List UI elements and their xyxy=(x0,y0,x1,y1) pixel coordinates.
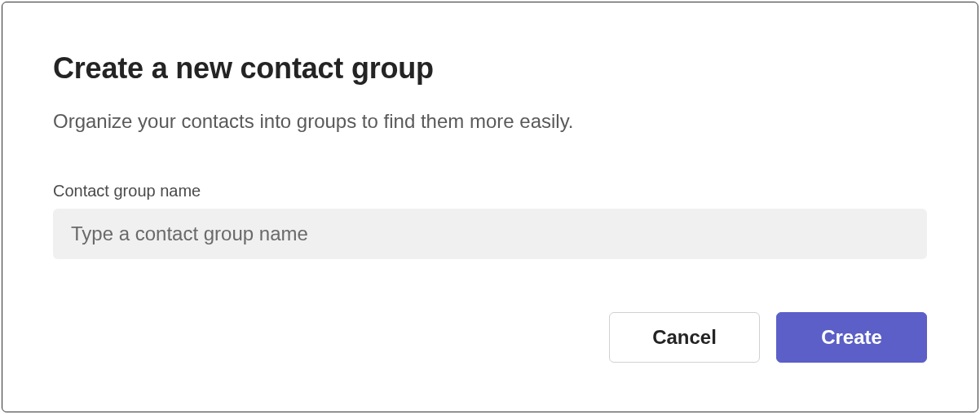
contact-group-name-input[interactable] xyxy=(53,209,927,259)
contact-group-name-label: Contact group name xyxy=(53,182,927,200)
dialog-button-row: Cancel Create xyxy=(609,312,927,363)
create-contact-group-dialog: Create a new contact group Organize your… xyxy=(2,2,978,412)
dialog-description: Organize your contacts into groups to fi… xyxy=(53,110,927,133)
create-button[interactable]: Create xyxy=(776,312,927,363)
cancel-button[interactable]: Cancel xyxy=(609,312,760,363)
dialog-title: Create a new contact group xyxy=(53,51,927,86)
